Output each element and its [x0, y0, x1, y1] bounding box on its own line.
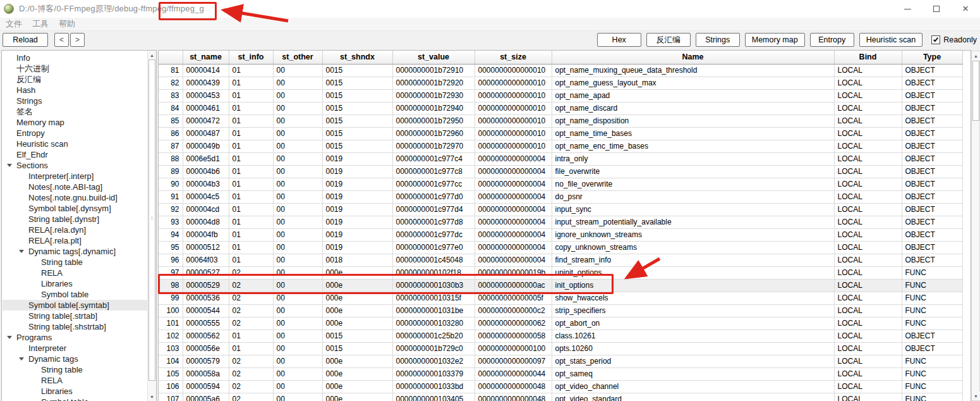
sidebar-item-string-table-shstrtab[interactable]: String table[.shstrtab]: [3, 321, 147, 332]
sidebar-item-string-table-strtab[interactable]: String table[.strtab]: [3, 311, 147, 321]
cell-st_value: 0000000000103280: [392, 317, 475, 330]
table-row[interactable]: 100000005440200000e00000000001031be00000…: [159, 304, 962, 317]
sidebar-item-info[interactable]: Info: [3, 52, 147, 63]
column-header-Bind[interactable]: Bind: [834, 51, 902, 64]
sidebar-item-notes-note-abi-tag[interactable]: Notes[.note.ABI-tag]: [3, 182, 147, 192]
sidebar-item-sections[interactable]: Sections: [3, 160, 147, 171]
toolbar-button-memory-map[interactable]: Memory map: [745, 33, 805, 47]
sidebar-item-rela-rela-dyn[interactable]: RELA[.rela.dyn]: [3, 225, 147, 235]
table-scrollbar-thumb[interactable]: [972, 61, 979, 121]
sidebar-item-symbol-table[interactable]: Symbol table: [3, 289, 147, 300]
sidebar-item-heuristic-scan[interactable]: Heuristic scan: [3, 139, 147, 149]
table-row[interactable]: 880006e5d1010000190000000001c977c4000000…: [159, 152, 962, 165]
sidebar-item-memory-map[interactable]: Memory map: [3, 117, 147, 128]
cell-type: FUNC: [902, 292, 962, 304]
sidebar-item-string-table-dynstr[interactable]: String table[.dynstr]: [3, 214, 147, 225]
back-button[interactable]: <: [54, 33, 69, 47]
sidebar-item-[interactable]: 十六进制: [3, 63, 147, 74]
sidebar-item-symbol-table[interactable]: Symbol table: [3, 397, 147, 401]
sidebar-scrollbar-thumb[interactable]: ⁝: [148, 59, 155, 381]
sidebar-item-interpreter-interp[interactable]: Interpreter[.interp]: [3, 171, 147, 182]
sidebar-item-elf-ehdr[interactable]: Elf_Ehdr: [3, 149, 147, 160]
chevron-down-icon[interactable]: [19, 357, 24, 361]
sidebar-item-entropy[interactable]: Entropy: [3, 128, 147, 139]
readonly-checkbox[interactable]: [931, 35, 940, 44]
arrow-down-icon[interactable]: ▼: [148, 392, 156, 401]
table-row[interactable]: 8600000487010000150000000001b72960000000…: [159, 127, 962, 140]
column-header-st_shndx[interactable]: st_shndx: [322, 51, 392, 64]
toolbar-button-hex[interactable]: Hex: [597, 33, 641, 47]
row-number: 103: [159, 342, 183, 355]
table-row[interactable]: 8300000453010000150000000001b72930000000…: [159, 89, 962, 102]
sidebar-item-rela-rela-plt[interactable]: RELA[.rela.plt]: [3, 235, 147, 246]
column-header-st_value[interactable]: st_value: [392, 51, 475, 64]
sidebar-item-symbol-table-symtab[interactable]: Symbol table[.symtab]: [3, 300, 147, 311]
sidebar-item-libraries[interactable]: Libraries: [3, 278, 147, 289]
sidebar-item-strings[interactable]: Strings: [3, 96, 147, 106]
sidebar-item-rela[interactable]: RELA: [3, 268, 147, 278]
menu-item-2[interactable]: 帮助: [59, 18, 75, 30]
column-header-st_name[interactable]: st_name: [183, 51, 229, 64]
forward-button[interactable]: >: [70, 33, 85, 47]
table-row[interactable]: 8400000461010000150000000001b72940000000…: [159, 102, 962, 114]
menu-item-1[interactable]: 工具: [32, 18, 49, 30]
sidebar-item-programs[interactable]: Programs: [3, 332, 147, 343]
column-header-st_size[interactable]: st_size: [475, 51, 552, 64]
column-header-Name[interactable]: Name: [552, 51, 834, 64]
reload-button[interactable]: Reload: [3, 33, 48, 47]
sidebar-item-libraries[interactable]: Libraries: [3, 386, 147, 397]
table-row[interactable]: 93000004d8010000190000000001c977d8000000…: [159, 216, 962, 228]
table-row[interactable]: 9500000512010000190000000001c977e0000000…: [159, 241, 962, 254]
chevron-down-icon[interactable]: [19, 250, 24, 253]
sidebar-item-dynamic-tags[interactable]: Dynamic tags: [3, 354, 147, 364]
cell-st_other: 00: [273, 216, 322, 228]
table-row[interactable]: 10200000562010000150000000001c25b2000000…: [159, 330, 962, 342]
column-header-st_other[interactable]: st_other: [273, 51, 322, 64]
table-row[interactable]: 8500000472010000150000000001b72950000000…: [159, 114, 962, 127]
column-header-st_info[interactable]: st_info: [229, 51, 273, 64]
sidebar-item-[interactable]: 反汇编: [3, 74, 147, 85]
sidebar-item-hash[interactable]: Hash: [3, 85, 147, 96]
table-row[interactable]: 8200000439010000150000000001b72920000000…: [159, 77, 962, 89]
arrow-up-icon[interactable]: ▲: [148, 51, 156, 59]
sidebar-item-interpreter[interactable]: Interpreter: [3, 343, 147, 354]
chevron-down-icon[interactable]: [7, 336, 12, 339]
table-row[interactable]: 104000005790200000e00000000001032e200000…: [159, 355, 962, 367]
sidebar-item-string-table[interactable]: String table: [3, 364, 147, 375]
sidebar-item-string-table[interactable]: String table: [3, 257, 147, 268]
minimize-button[interactable]: [893, 0, 922, 18]
toolbar-button-反汇编[interactable]: 反汇编: [646, 33, 691, 47]
table-row[interactable]: 1030000056e010000150000000001b729c000000…: [159, 342, 962, 355]
column-header-rownum[interactable]: [159, 51, 183, 64]
table-row[interactable]: 89000004b6010000190000000001c977c8000000…: [159, 165, 962, 178]
toolbar-button-heuristic-scan[interactable]: Heuristic scan: [859, 33, 923, 47]
maximize-button[interactable]: [922, 0, 951, 18]
table-row[interactable]: 870000049b010000150000000001b72970000000…: [159, 140, 962, 152]
sidebar-item-symbol-table-dynsym[interactable]: Symbol table[.dynsym]: [3, 203, 147, 214]
toolbar-button-entropy[interactable]: Entropy: [810, 33, 854, 47]
sidebar-item-[interactable]: 签名: [3, 106, 147, 117]
close-button[interactable]: ×: [951, 0, 980, 18]
toolbar-button-strings[interactable]: Strings: [696, 33, 740, 47]
table-row[interactable]: 106000005940200000e00000000001033bd00000…: [159, 380, 962, 393]
arrow-down-icon[interactable]: ▼: [972, 392, 980, 400]
table-row[interactable]: 90000004b3010000190000000001c977cc000000…: [159, 178, 962, 190]
column-header-Type[interactable]: Type: [902, 51, 962, 64]
arrow-up-icon[interactable]: ▲: [972, 51, 980, 60]
menu-item-0[interactable]: 文件: [6, 18, 22, 30]
table-row[interactable]: 9600064f03010000180000000001c45048000000…: [159, 254, 962, 266]
readonly-toggle[interactable]: Readonly: [931, 35, 977, 44]
table-row[interactable]: 94000004fb010000190000000001c977dc000000…: [159, 228, 962, 241]
table-row[interactable]: 8100000414010000150000000001b72910000000…: [159, 64, 962, 77]
table-row[interactable]: 92000004cd010000190000000001c977d4000000…: [159, 203, 962, 216]
sidebar-item-dynamic-tags-dynamic[interactable]: Dynamic tags[.dynamic]: [3, 246, 147, 257]
table-row[interactable]: 1050000058a0200000e000000000010337900000…: [159, 367, 962, 380]
chevron-down-icon[interactable]: [7, 164, 12, 167]
cell-st_size: 0000000000000004: [475, 190, 552, 203]
table-row[interactable]: 101000005550200000e000000000010328000000…: [159, 317, 962, 330]
sidebar-item-rela[interactable]: RELA: [3, 375, 147, 386]
table-row[interactable]: 91000004c5010000190000000001c977d0000000…: [159, 190, 962, 203]
sidebar-item-notes-note-gnu-build-id[interactable]: Notes[.note.gnu.build-id]: [3, 192, 147, 203]
table-row[interactable]: 107000005a60200000e000000000010340500000…: [159, 393, 962, 401]
cell-st_value: 0000000001c977e0: [392, 241, 475, 254]
